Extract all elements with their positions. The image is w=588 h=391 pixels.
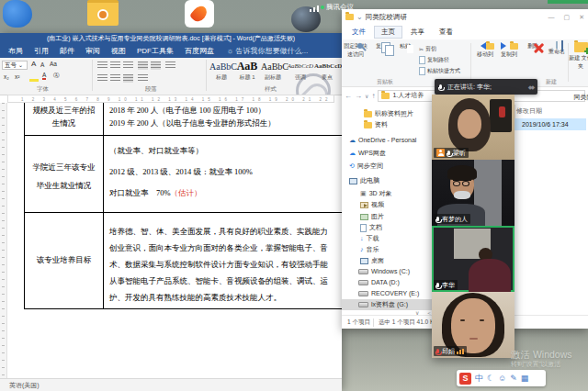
- horizontal-ruler[interactable]: 1 2 3 4 5 6 7 8 9 10 11 12 13 14 15 16 1…: [7, 95, 334, 103]
- sidebar-item-videos[interactable]: 视频: [360, 199, 384, 210]
- paste-button[interactable]: 粘贴: [393, 42, 417, 50]
- vertical-ruler[interactable]: [0, 103, 7, 378]
- font-color-button[interactable]: A: [42, 72, 46, 80]
- ime-emoji-icon[interactable]: ☺: [498, 370, 506, 386]
- highlight-swatch: [29, 79, 39, 82]
- tab-pdf-tools[interactable]: PDF工具集: [131, 44, 179, 58]
- date-modified-column-header[interactable]: 修改日期: [516, 106, 542, 116]
- cut-button[interactable]: ✂剪切: [419, 45, 436, 53]
- forward-button[interactable]: →: [355, 92, 362, 100]
- video-tile-participant-1[interactable]: 梁昕: [432, 95, 514, 160]
- bullets-button[interactable]: [97, 61, 107, 70]
- sidebar-item-folder[interactable]: 资料: [364, 119, 388, 130]
- menu-view[interactable]: 查看: [433, 27, 459, 38]
- back-button[interactable]: ←: [345, 92, 352, 100]
- move-to-button[interactable]: 移动到: [473, 42, 497, 59]
- rename-button[interactable]: 重命名: [545, 42, 569, 56]
- close-button[interactable]: ✕: [579, 9, 584, 25]
- ime-handwriting-icon[interactable]: ✎: [510, 370, 517, 386]
- explorer-title-bar[interactable]: ⌄ 同类院校调研 — ▢ ✕: [342, 9, 588, 25]
- highlight-color-button[interactable]: [29, 73, 40, 82]
- sidebar-item-onedrive[interactable]: ☁OneDrive - Personal: [349, 135, 416, 146]
- sidebar-item-wps-cloud[interactable]: ☁WPS网盘: [349, 148, 386, 159]
- align-center-button[interactable]: [151, 61, 161, 70]
- sort-button[interactable]: [165, 61, 175, 70]
- change-case-button[interactable]: Aa: [50, 61, 57, 67]
- sidebar-item-drive-e[interactable]: RECOVERY (E:): [358, 288, 419, 299]
- tab-references[interactable]: 引用: [28, 44, 54, 58]
- shading-button[interactable]: [123, 74, 133, 83]
- tab-layout[interactable]: 布局: [3, 44, 28, 58]
- video-tile-participant-2[interactable]: 有梦的人: [432, 160, 514, 226]
- character-shading-button[interactable]: Ⓐ: [53, 72, 60, 80]
- sidebar-item-pictures[interactable]: 图片: [360, 211, 384, 222]
- table-row: 规模及近三年的招 生情况 2018 年 200 人（电子信息 100 应用电子 …: [25, 103, 342, 136]
- pin-quick-access-button[interactable]: 固定到 快速访问: [343, 42, 368, 59]
- copy-path-button[interactable]: 复制路径: [419, 56, 449, 64]
- paste-shortcut-button[interactable]: 粘贴快捷方式: [419, 67, 460, 75]
- desktop-app-blue-icon[interactable]: [3, 0, 32, 28]
- sidebar-item-3d-objects[interactable]: ▣3D 对象: [360, 188, 392, 199]
- menu-share[interactable]: 共享: [404, 27, 431, 38]
- desktop-folder-icon[interactable]: [87, 0, 119, 26]
- sidebar-item-drive-d[interactable]: DATA (D:): [358, 277, 400, 288]
- word-title-bar[interactable]: (南工业) 嵌入式技术与应用专业同类院校调研附表.doc [兼容模式] - Wo…: [0, 33, 342, 44]
- address-current-crumb[interactable]: 同类院校调研: [573, 91, 588, 103]
- copy-to-button[interactable]: 复制到: [497, 42, 521, 59]
- grow-font-button[interactable]: A: [31, 60, 36, 68]
- style-subtitle[interactable]: AaBbC 副标题: [261, 60, 285, 85]
- language-status[interactable]: 英语(美国): [9, 382, 40, 388]
- quick-access-toolbar-caret[interactable]: ⌄: [356, 13, 363, 21]
- ime-chinese-mode-icon[interactable]: 中: [475, 370, 483, 386]
- speaking-indicator-bar[interactable]: 正在讲话: 李华; ◆◆: [435, 79, 537, 95]
- style-heading1[interactable]: AaB 标题 1: [235, 60, 259, 85]
- menu-file[interactable]: 文件: [345, 27, 372, 38]
- up-button[interactable]: ↑: [371, 92, 375, 100]
- word-ribbon: 五号 ⌄ A A Aa x₂ x² A Ⓐ AaBbC 标题: [0, 58, 342, 95]
- document-page[interactable]: 规模及近三年的招 生情况 2018 年 200 人（电子信息 100 应用电子 …: [7, 103, 342, 378]
- address-parent-crumb[interactable]: 1.人才培养: [392, 91, 424, 100]
- shrink-font-button[interactable]: A: [40, 61, 44, 68]
- copy-button[interactable]: 复制: [369, 42, 393, 50]
- tab-baidu-netdisk[interactable]: 百度网盘: [179, 44, 220, 58]
- sidebar-item-documents[interactable]: 文档: [360, 222, 382, 233]
- sidebar-item-drive-c[interactable]: Windows (C:): [358, 266, 410, 277]
- picture-icon: [360, 214, 368, 220]
- sidebar-item-downloads[interactable]: ↓下载: [360, 233, 379, 244]
- folder-icon: [364, 111, 372, 117]
- multilevel-list-button[interactable]: [123, 61, 133, 70]
- delete-button[interactable]: 删除: [521, 42, 545, 50]
- green-dot-icon: [321, 6, 324, 9]
- style-title[interactable]: AaBbC 标题: [209, 60, 233, 85]
- sidebar-item-music[interactable]: ♪音乐: [360, 244, 379, 255]
- superscript-button[interactable]: x²: [15, 73, 19, 80]
- minimize-button[interactable]: —: [548, 9, 555, 25]
- align-left-button[interactable]: [138, 61, 148, 70]
- font-size-select[interactable]: 五号 ⌄: [2, 61, 28, 70]
- sync-icon: ⟲: [349, 162, 355, 171]
- ime-keyboard-icon[interactable]: ▦: [521, 370, 529, 386]
- ime-toolbar: S 中 ☾ ☺ ✎ ▦: [457, 370, 546, 386]
- recent-locations-caret[interactable]: ∨: [365, 93, 368, 99]
- maximize-button[interactable]: ▢: [564, 9, 571, 25]
- tab-review[interactable]: 审阅: [80, 44, 106, 58]
- sidebar-item-sync-space[interactable]: ⟲同步空间: [349, 161, 383, 172]
- video-tile-participant-3-active[interactable]: 李华: [432, 226, 514, 292]
- sogou-logo-icon[interactable]: S: [459, 373, 471, 385]
- sidebar-item-folder[interactable]: 职称资料照片: [364, 108, 413, 119]
- tell-me-box[interactable]: ☼ 告诉我你想要做什么...: [220, 46, 308, 56]
- subscript-button[interactable]: x₂: [4, 73, 9, 80]
- sidebar-item-this-pc[interactable]: 此电脑: [349, 175, 379, 186]
- ime-halfwidth-icon[interactable]: ☾: [487, 370, 494, 386]
- menu-home[interactable]: 主页: [374, 26, 402, 39]
- numbering-button[interactable]: [110, 61, 120, 70]
- indent-increase-button[interactable]: [110, 74, 120, 83]
- tab-mailings[interactable]: 邮件: [54, 44, 80, 58]
- borders-button[interactable]: [138, 74, 148, 83]
- new-folder-button[interactable]: 新建 文件夹: [569, 42, 588, 71]
- desktop-app-flame-icon[interactable]: [185, 0, 214, 28]
- indent-decrease-button[interactable]: [97, 74, 107, 83]
- tab-view[interactable]: 视图: [106, 44, 131, 58]
- sidebar-item-desktop[interactable]: 桌面: [360, 255, 384, 266]
- video-tile-participant-4[interactable]: 邱娟: [432, 292, 514, 358]
